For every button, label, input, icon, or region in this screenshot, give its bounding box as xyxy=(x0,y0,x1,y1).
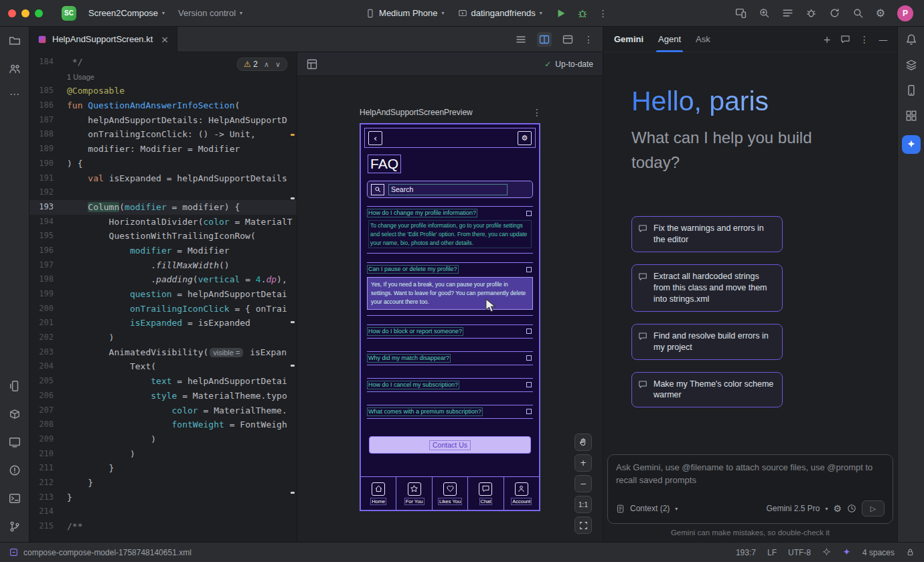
more-tool-windows-icon[interactable]: ⋯ xyxy=(9,91,19,98)
code-line[interactable]: 195 QuestionWithTrailingIconRow( xyxy=(29,229,297,244)
code-line[interactable]: 214 xyxy=(29,504,297,519)
zoom-in-button[interactable]: + xyxy=(574,454,592,472)
close-window-button[interactable] xyxy=(8,9,16,17)
code-line[interactable]: 200 onTrailingIconClick = { onTrai xyxy=(29,302,297,316)
code-line[interactable]: 187 helpAndSupportDetails: HelpAndSuppor… xyxy=(29,113,297,128)
run-button[interactable] xyxy=(556,8,566,19)
settings-gear-icon[interactable]: ⚙ xyxy=(876,7,885,19)
code-line[interactable]: 189 modifier: Modifier = Modifier xyxy=(29,142,297,157)
code-line[interactable]: 205 text = helpAndSupportDetai xyxy=(29,374,297,389)
suggestion-card[interactable]: Make my Theme's color scheme warmer xyxy=(631,372,783,408)
code-line[interactable]: 194 HorizontalDivider(color = MaterialT xyxy=(29,215,297,229)
previous-problem-icon[interactable]: ∧ xyxy=(264,60,269,69)
editor-list-icon[interactable] xyxy=(516,34,526,45)
code-line[interactable]: 204 Text( xyxy=(29,359,297,374)
device-mirroring-icon[interactable] xyxy=(735,7,747,19)
editor-options-icon[interactable]: ⋮ xyxy=(584,34,593,45)
device-manager-icon[interactable] xyxy=(905,84,917,96)
code-line[interactable]: 193 Column(modifier = modifier) { xyxy=(29,200,297,215)
tab-agent[interactable]: Agent xyxy=(658,27,681,52)
resource-manager-icon[interactable] xyxy=(905,110,917,122)
code-line[interactable]: 198 .padding(vertical = 4.dp), xyxy=(29,272,297,287)
indent-setting[interactable]: 4 spaces xyxy=(862,548,895,557)
code-line[interactable]: 1 Usage xyxy=(29,70,297,84)
git-branch-icon[interactable] xyxy=(9,521,21,533)
inspection-widget[interactable]: ⚠ 2 ∧ ∨ xyxy=(237,58,287,71)
logcat-icon[interactable] xyxy=(9,436,21,448)
suggestion-card[interactable]: Fix the warnings and errors in the edito… xyxy=(631,216,783,252)
file-tab[interactable]: HelpAndSupportScreen.kt × xyxy=(29,27,177,52)
todo-list-icon[interactable] xyxy=(782,7,793,19)
build-analyzer-icon[interactable] xyxy=(805,7,817,19)
running-devices-icon[interactable] xyxy=(9,380,21,392)
model-selector[interactable]: Gemini 2.5 Pro xyxy=(766,504,820,513)
tab-ask[interactable]: Ask xyxy=(696,27,710,52)
gemini-status-icon[interactable] xyxy=(822,548,831,557)
zoom-reset-button[interactable]: 1:1 xyxy=(574,496,592,513)
minimize-window-button[interactable] xyxy=(21,9,29,17)
code-line[interactable]: 191 val isExpanded = helpAndSupportDetai… xyxy=(29,171,297,186)
preview-options-icon[interactable]: ⋮ xyxy=(532,107,542,118)
send-prompt-button[interactable]: ▷ xyxy=(862,500,884,517)
stripe-mark[interactable] xyxy=(291,197,295,199)
chat-history-icon[interactable] xyxy=(840,34,850,44)
user-avatar[interactable]: P xyxy=(897,5,913,21)
more-run-actions-button[interactable]: ⋮ xyxy=(599,8,608,19)
code-line[interactable]: 211 } xyxy=(29,461,297,476)
code-line[interactable]: 209 ) xyxy=(29,432,297,447)
code-editor[interactable]: ⚠ 2 ∧ ∨ 184 */1 Usage185@Composable186fu… xyxy=(29,52,297,542)
gemini-options-icon[interactable]: ⋮ xyxy=(860,34,869,45)
ai-autocomplete-icon[interactable] xyxy=(842,548,851,557)
line-separator[interactable]: LF xyxy=(767,548,777,557)
gemini-prompt-input[interactable]: Ask Gemini, use @filename to attach sour… xyxy=(607,454,893,524)
suggestion-card[interactable]: Extract all hardcoded strings from this … xyxy=(631,264,783,312)
code-line[interactable]: 190) { xyxy=(29,157,297,171)
code-line[interactable]: 192 xyxy=(29,185,297,200)
lock-icon[interactable] xyxy=(906,548,915,557)
project-folder-icon[interactable] xyxy=(9,35,21,47)
code-line[interactable]: 210 ) xyxy=(29,447,297,462)
code-line[interactable]: 202 ) xyxy=(29,331,297,345)
device-selector[interactable]: Medium Phone ▾ xyxy=(359,4,451,23)
editor-scroll-stripe[interactable] xyxy=(290,52,295,542)
code-line[interactable]: 206 style = MaterialTheme.typo xyxy=(29,389,297,403)
new-chat-icon[interactable]: + xyxy=(823,34,831,45)
terminal-icon[interactable] xyxy=(9,492,21,504)
stripe-mark[interactable] xyxy=(291,365,295,367)
package-explorer-icon[interactable] xyxy=(9,408,21,420)
version-control-menu[interactable]: Version control ▾ xyxy=(171,4,249,23)
gemini-settings-icon[interactable]: ⚙ xyxy=(833,503,842,514)
problems-icon[interactable] xyxy=(9,464,21,476)
preview-canvas[interactable]: HelpAndSupportScreenPreview ⋮ ‹ ⚙ FAQ xyxy=(297,76,603,542)
pan-tool-button[interactable] xyxy=(574,434,592,451)
history-icon[interactable] xyxy=(847,504,856,513)
pull-requests-icon[interactable] xyxy=(9,63,21,75)
code-line[interactable]: 213} xyxy=(29,490,297,505)
close-tab-icon[interactable]: × xyxy=(161,34,169,45)
code-line[interactable]: 188 onTrailingIconClick: () -> Unit, xyxy=(29,127,297,142)
project-selector[interactable]: Screen2Compose ▾ xyxy=(82,4,171,23)
sync-project-icon[interactable] xyxy=(829,7,840,19)
maximize-window-button[interactable] xyxy=(35,9,43,17)
code-line[interactable]: 215/** xyxy=(29,519,297,534)
split-mode-active[interactable] xyxy=(537,32,552,47)
run-configuration-selector[interactable]: datingandfriends ▾ xyxy=(451,4,549,23)
hide-panel-icon[interactable]: — xyxy=(878,34,888,45)
notifications-bell-icon[interactable] xyxy=(905,33,917,45)
code-line[interactable]: 186fun QuestionAndAnswerInfoSection( xyxy=(29,98,297,113)
design-mode-icon[interactable] xyxy=(562,34,573,45)
next-problem-icon[interactable]: ∨ xyxy=(275,60,281,69)
context-selector[interactable]: Context (2) xyxy=(630,504,670,513)
stripe-mark[interactable] xyxy=(291,321,295,323)
structure-layers-icon[interactable] xyxy=(905,59,917,71)
code-line[interactable]: 185@Composable xyxy=(29,84,297,98)
file-encoding[interactable]: UTF-8 xyxy=(788,548,811,557)
preview-layout-icon[interactable] xyxy=(307,59,317,70)
code-line[interactable]: 201 isExpanded = isExpanded xyxy=(29,316,297,331)
stripe-mark[interactable] xyxy=(291,134,295,136)
zoom-to-fit-button[interactable] xyxy=(574,517,592,534)
stripe-mark[interactable] xyxy=(291,492,295,494)
code-line[interactable]: 207 color = MaterialTheme. xyxy=(29,403,297,418)
caret-position[interactable]: 193:7 xyxy=(736,548,756,557)
code-line[interactable]: 197 .fillMaxWidth() xyxy=(29,258,297,273)
